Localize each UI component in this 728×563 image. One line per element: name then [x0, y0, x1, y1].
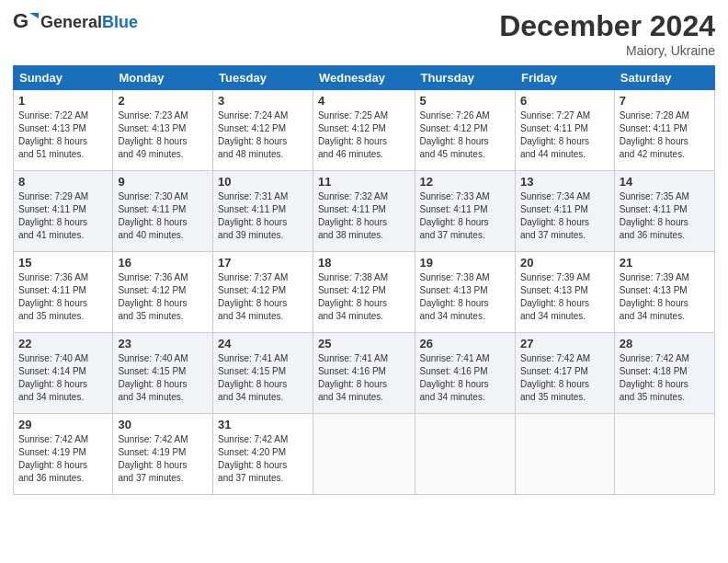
calendar-week-row: 22Sunrise: 7:40 AMSunset: 4:14 PMDayligh…	[14, 333, 715, 414]
day-info: Sunrise: 7:35 AMSunset: 4:11 PMDaylight:…	[620, 190, 710, 242]
day-number: 25	[318, 337, 410, 350]
day-info: Sunrise: 7:22 AMSunset: 4:13 PMDaylight:…	[18, 109, 108, 161]
day-number: 29	[18, 418, 108, 431]
logo-blue: Blue	[102, 13, 138, 32]
table-row: 22Sunrise: 7:40 AMSunset: 4:14 PMDayligh…	[14, 333, 113, 414]
calendar-week-row: 1Sunrise: 7:22 AMSunset: 4:13 PMDaylight…	[14, 90, 715, 171]
day-number: 22	[18, 337, 108, 350]
calendar-table: Sunday Monday Tuesday Wednesday Thursday…	[13, 65, 715, 495]
day-info: Sunrise: 7:24 AMSunset: 4:12 PMDaylight:…	[218, 109, 308, 161]
day-info: Sunrise: 7:29 AMSunset: 4:11 PMDaylight:…	[18, 190, 108, 242]
title-area: December 2024 Maiory, Ukraine	[499, 9, 715, 58]
day-info: Sunrise: 7:36 AMSunset: 4:11 PMDaylight:…	[18, 271, 108, 323]
day-info: Sunrise: 7:34 AMSunset: 4:11 PMDaylight:…	[520, 190, 609, 242]
day-number: 30	[118, 418, 208, 431]
day-info: Sunrise: 7:41 AMSunset: 4:15 PMDaylight:…	[218, 352, 308, 404]
day-number: 6	[520, 94, 609, 108]
day-number: 17	[218, 256, 308, 270]
day-number: 3	[218, 94, 308, 108]
table-row: 3Sunrise: 7:24 AMSunset: 4:12 PMDaylight…	[213, 90, 313, 171]
day-number: 27	[520, 337, 609, 350]
table-row: 6Sunrise: 7:27 AMSunset: 4:11 PMDaylight…	[515, 90, 614, 171]
day-info: Sunrise: 7:39 AMSunset: 4:13 PMDaylight:…	[520, 271, 609, 323]
svg-marker-1	[29, 13, 39, 18]
table-row: 16Sunrise: 7:36 AMSunset: 4:12 PMDayligh…	[113, 252, 213, 333]
day-info: Sunrise: 7:30 AMSunset: 4:11 PMDaylight:…	[118, 190, 208, 242]
table-row: 29Sunrise: 7:42 AMSunset: 4:19 PMDayligh…	[14, 414, 113, 495]
table-row: 7Sunrise: 7:28 AMSunset: 4:11 PMDaylight…	[614, 90, 714, 171]
col-tuesday: Tuesday	[213, 66, 313, 90]
col-saturday: Saturday	[614, 66, 714, 90]
day-info: Sunrise: 7:42 AMSunset: 4:19 PMDaylight:…	[18, 433, 108, 485]
day-info: Sunrise: 7:40 AMSunset: 4:14 PMDaylight:…	[18, 352, 108, 404]
calendar-week-row: 15Sunrise: 7:36 AMSunset: 4:11 PMDayligh…	[14, 252, 715, 333]
table-row: 10Sunrise: 7:31 AMSunset: 4:11 PMDayligh…	[213, 171, 313, 252]
day-number: 2	[118, 94, 208, 108]
col-friday: Friday	[515, 66, 614, 90]
header: G GeneralBlue December 2024 Maiory, Ukra…	[13, 9, 715, 58]
day-number: 20	[520, 256, 609, 270]
table-row: 15Sunrise: 7:36 AMSunset: 4:11 PMDayligh…	[14, 252, 113, 333]
svg-text:G: G	[13, 9, 28, 32]
table-row: 27Sunrise: 7:42 AMSunset: 4:17 PMDayligh…	[515, 333, 614, 414]
table-row: 13Sunrise: 7:34 AMSunset: 4:11 PMDayligh…	[515, 171, 614, 252]
day-number: 19	[420, 256, 510, 270]
day-info: Sunrise: 7:27 AMSunset: 4:11 PMDaylight:…	[520, 109, 609, 161]
table-row: 9Sunrise: 7:30 AMSunset: 4:11 PMDaylight…	[113, 171, 213, 252]
day-info: Sunrise: 7:25 AMSunset: 4:12 PMDaylight:…	[318, 109, 410, 161]
day-number: 4	[318, 94, 410, 108]
table-row	[313, 414, 415, 495]
day-number: 31	[218, 418, 308, 431]
col-monday: Monday	[113, 66, 213, 90]
day-number: 8	[18, 175, 108, 189]
calendar-week-row: 29Sunrise: 7:42 AMSunset: 4:19 PMDayligh…	[14, 414, 715, 495]
day-info: Sunrise: 7:32 AMSunset: 4:11 PMDaylight:…	[318, 190, 410, 242]
day-number: 24	[218, 337, 308, 350]
table-row: 18Sunrise: 7:38 AMSunset: 4:12 PMDayligh…	[313, 252, 415, 333]
day-info: Sunrise: 7:40 AMSunset: 4:15 PMDaylight:…	[118, 352, 208, 404]
table-row: 12Sunrise: 7:33 AMSunset: 4:11 PMDayligh…	[415, 171, 515, 252]
day-number: 13	[520, 175, 609, 189]
day-number: 14	[620, 175, 710, 189]
day-info: Sunrise: 7:37 AMSunset: 4:12 PMDaylight:…	[218, 271, 308, 323]
calendar-header-row: Sunday Monday Tuesday Wednesday Thursday…	[14, 66, 715, 90]
day-info: Sunrise: 7:39 AMSunset: 4:13 PMDaylight:…	[620, 271, 710, 323]
day-number: 12	[420, 175, 510, 189]
day-info: Sunrise: 7:26 AMSunset: 4:12 PMDaylight:…	[420, 109, 510, 161]
table-row: 20Sunrise: 7:39 AMSunset: 4:13 PMDayligh…	[515, 252, 614, 333]
table-row: 23Sunrise: 7:40 AMSunset: 4:15 PMDayligh…	[113, 333, 213, 414]
calendar-week-row: 8Sunrise: 7:29 AMSunset: 4:11 PMDaylight…	[14, 171, 715, 252]
day-info: Sunrise: 7:42 AMSunset: 4:18 PMDaylight:…	[620, 352, 710, 404]
month-title: December 2024	[499, 9, 715, 43]
table-row	[515, 414, 614, 495]
table-row: 28Sunrise: 7:42 AMSunset: 4:18 PMDayligh…	[614, 333, 714, 414]
table-row: 19Sunrise: 7:38 AMSunset: 4:13 PMDayligh…	[415, 252, 515, 333]
day-info: Sunrise: 7:28 AMSunset: 4:11 PMDaylight:…	[620, 109, 710, 161]
day-info: Sunrise: 7:33 AMSunset: 4:11 PMDaylight:…	[420, 190, 510, 242]
day-number: 1	[18, 94, 108, 108]
table-row: 5Sunrise: 7:26 AMSunset: 4:12 PMDaylight…	[415, 90, 515, 171]
day-number: 18	[318, 256, 410, 270]
location: Maiory, Ukraine	[499, 43, 715, 58]
logo-general: General	[40, 13, 102, 32]
day-info: Sunrise: 7:31 AMSunset: 4:11 PMDaylight:…	[218, 190, 308, 242]
day-number: 23	[118, 337, 208, 350]
table-row: 14Sunrise: 7:35 AMSunset: 4:11 PMDayligh…	[614, 171, 714, 252]
day-info: Sunrise: 7:36 AMSunset: 4:12 PMDaylight:…	[118, 271, 208, 323]
table-row: 31Sunrise: 7:42 AMSunset: 4:20 PMDayligh…	[213, 414, 313, 495]
day-number: 10	[218, 175, 308, 189]
table-row: 21Sunrise: 7:39 AMSunset: 4:13 PMDayligh…	[614, 252, 714, 333]
table-row: 17Sunrise: 7:37 AMSunset: 4:12 PMDayligh…	[213, 252, 313, 333]
day-info: Sunrise: 7:42 AMSunset: 4:17 PMDaylight:…	[520, 352, 609, 404]
day-info: Sunrise: 7:23 AMSunset: 4:13 PMDaylight:…	[118, 109, 208, 161]
table-row	[614, 414, 714, 495]
day-number: 16	[118, 256, 208, 270]
day-number: 11	[318, 175, 410, 189]
day-number: 21	[620, 256, 710, 270]
day-info: Sunrise: 7:38 AMSunset: 4:13 PMDaylight:…	[420, 271, 510, 323]
calendar-container: G GeneralBlue December 2024 Maiory, Ukra…	[0, 0, 728, 504]
day-number: 15	[18, 256, 108, 270]
table-row: 8Sunrise: 7:29 AMSunset: 4:11 PMDaylight…	[14, 171, 113, 252]
day-info: Sunrise: 7:38 AMSunset: 4:12 PMDaylight:…	[318, 271, 410, 323]
day-number: 28	[620, 337, 710, 350]
